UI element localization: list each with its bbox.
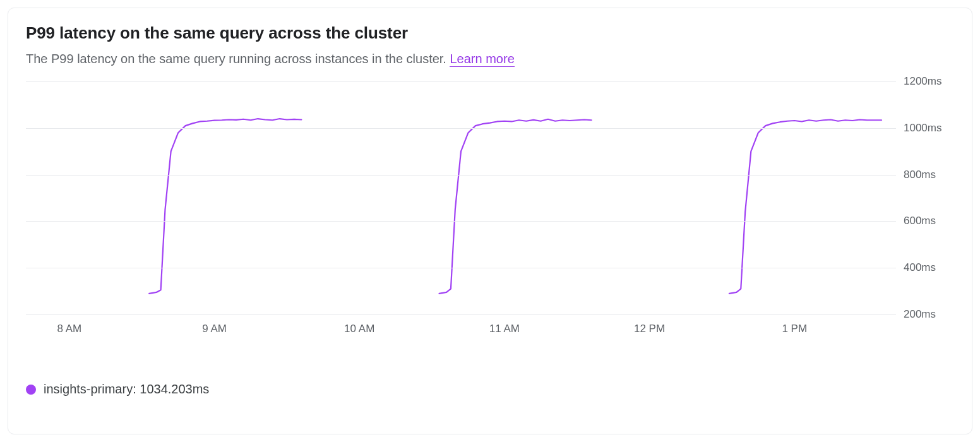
legend-swatch-icon — [26, 385, 36, 395]
legend: insights-primary: 1034.203ms — [26, 382, 954, 397]
chart-subtitle: The P99 latency on the same query runnin… — [26, 52, 954, 66]
y-tick-label: 400ms — [904, 261, 936, 274]
chart-title: P99 latency on the same query across the… — [26, 23, 954, 43]
series-lines — [26, 81, 896, 314]
y-tick-label: 800ms — [904, 169, 936, 181]
chart-area: 200ms400ms600ms800ms1000ms1200ms 8 AM9 A… — [26, 81, 954, 347]
gridline — [26, 268, 896, 268]
gridline — [26, 128, 896, 129]
y-axis: 200ms400ms600ms800ms1000ms1200ms — [904, 81, 954, 315]
x-tick-label: 8 AM — [57, 323, 82, 335]
y-tick-label: 200ms — [904, 308, 936, 321]
legend-value: 1034.203ms — [140, 382, 209, 396]
x-axis: 8 AM9 AM10 AM11 AM12 PM1 PM — [26, 315, 896, 347]
x-tick-label: 1 PM — [782, 323, 807, 335]
subtitle-text: The P99 latency on the same query runnin… — [26, 52, 450, 66]
legend-series-name: insights-primary — [44, 382, 133, 396]
y-tick-label: 1000ms — [904, 122, 941, 134]
x-tick-label: 9 AM — [202, 323, 227, 335]
x-tick-label: 11 AM — [489, 323, 520, 335]
chart-card: P99 latency on the same query across the… — [8, 8, 972, 434]
y-tick-label: 600ms — [904, 215, 936, 227]
gridline — [26, 175, 896, 176]
x-tick-label: 10 AM — [344, 323, 374, 335]
legend-text: insights-primary: 1034.203ms — [44, 382, 209, 397]
gridline — [26, 81, 896, 82]
gridline — [26, 221, 896, 222]
learn-more-link[interactable]: Learn more — [450, 52, 514, 67]
x-tick-label: 12 PM — [634, 323, 665, 335]
plot-area[interactable] — [26, 81, 896, 315]
y-tick-label: 1200ms — [904, 75, 941, 88]
